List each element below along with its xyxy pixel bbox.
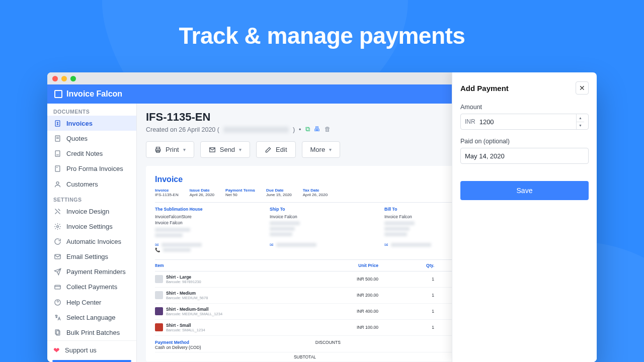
modal-title: Add Payment xyxy=(460,84,509,93)
sidebar-item-help-center[interactable]: Help Center xyxy=(47,295,136,310)
collect-icon xyxy=(53,283,61,291)
brand-icon xyxy=(54,90,62,98)
svg-point-10 xyxy=(56,182,59,184)
sidebar-item-bulk-print[interactable]: Bulk Print Batches xyxy=(47,325,136,340)
sidebar-section-documents: DOCUMENTS xyxy=(47,104,136,116)
proforma-icon xyxy=(53,164,61,172)
svg-rect-6 xyxy=(55,150,60,156)
hero-title: Track & manage payments xyxy=(0,22,644,49)
sidebar-item-label: Customers xyxy=(66,180,98,188)
delete-icon[interactable]: 🗑 xyxy=(325,126,331,133)
sidebar-item-label: Bulk Print Batches xyxy=(66,329,120,336)
email-icon: ✉ xyxy=(155,242,159,247)
sidebar-item-invoice-design[interactable]: Invoice Design xyxy=(47,204,136,219)
close-icon: ✕ xyxy=(579,84,585,92)
sidebar-item-payment-reminders[interactable]: Payment Reminders xyxy=(47,264,136,279)
paid-on-input[interactable] xyxy=(465,152,584,160)
stepper-down-icon[interactable]: ▼ xyxy=(577,122,584,130)
print-button[interactable]: Print▾ xyxy=(146,141,194,158)
paid-on-label: Paid on (optional) xyxy=(460,138,589,145)
sidebar: DOCUMENTS Invoices Quotes Credit Notes P… xyxy=(47,104,137,362)
customers-icon xyxy=(53,180,61,188)
phone-icon: 📞 xyxy=(155,247,160,252)
sidebar-item-label: Quotes xyxy=(66,135,88,142)
maximize-dot-icon[interactable] xyxy=(70,76,76,81)
email-icon: ✉ xyxy=(384,242,388,247)
design-icon xyxy=(53,207,61,215)
sidebar-item-automatic-invoices[interactable]: Automatic Invoices xyxy=(47,234,136,249)
sidebar-item-email-settings[interactable]: Email Settings xyxy=(47,249,136,264)
quote-icon xyxy=(53,134,61,142)
save-button[interactable]: Save xyxy=(460,181,589,200)
table-row: Shirt - SmallBarcode: SMALL_1234INR 100.… xyxy=(155,320,490,336)
sidebar-item-label: Help Center xyxy=(66,299,101,306)
sidebar-item-label: Invoices xyxy=(66,120,93,127)
brand-name: Invoice Falcon xyxy=(66,89,122,99)
amount-label: Amount xyxy=(460,104,589,111)
svg-rect-13 xyxy=(54,285,60,289)
reminder-icon xyxy=(53,267,61,276)
sidebar-item-customers[interactable]: Customers xyxy=(47,176,136,192)
email-icon: ✉ xyxy=(270,242,274,247)
help-icon xyxy=(53,299,61,307)
svg-point-11 xyxy=(56,225,58,227)
envelope-icon xyxy=(209,146,216,153)
sidebar-item-invoice-settings[interactable]: Invoice Settings xyxy=(47,219,136,234)
close-dot-icon[interactable] xyxy=(52,76,58,81)
heart-icon: ❤ xyxy=(53,346,60,355)
sidebar-item-label: Support us xyxy=(65,346,97,354)
send-button[interactable]: Send▾ xyxy=(200,141,250,158)
sidebar-item-quotes[interactable]: Quotes xyxy=(47,131,136,146)
paid-on-input-wrap[interactable] xyxy=(460,148,589,164)
edit-icon xyxy=(265,146,272,153)
table-row: Shirt - LargeBarcode: 987891230INR 500.0… xyxy=(155,272,490,288)
table-row: Shirt - MediumBarcode: MEDIUM_5678INR 20… xyxy=(155,288,490,304)
chevron-down-icon: ▾ xyxy=(329,147,332,152)
sidebar-cta-button[interactable] xyxy=(52,360,131,362)
table-row: Shirt - Medium-SmallBarcode: MEDIUM_SMAL… xyxy=(155,304,490,320)
sidebar-item-label: Credit Notes xyxy=(66,150,103,157)
sidebar-item-label: Select Language xyxy=(66,314,116,321)
sidebar-item-label: Invoice Settings xyxy=(66,223,113,230)
more-button[interactable]: More▾ xyxy=(302,141,341,158)
edit-button[interactable]: Edit xyxy=(256,141,295,158)
sidebar-item-proforma[interactable]: Pro Forma Invoices xyxy=(47,161,136,176)
product-thumb xyxy=(155,275,163,283)
product-thumb xyxy=(155,323,163,331)
invoice-preview: Invoice InvoiceIFS-1135-EN Issue DateApr… xyxy=(146,166,499,361)
modal-close-button[interactable]: ✕ xyxy=(576,81,589,95)
sidebar-section-settings: SETTINGS xyxy=(47,192,136,204)
sidebar-item-label: Pro Forma Invoices xyxy=(66,165,123,172)
currency-prefix: INR xyxy=(465,118,475,125)
sidebar-item-label: Automatic Invoices xyxy=(66,238,121,245)
sidebar-item-label: Invoice Design xyxy=(66,208,109,215)
bulk-print-icon xyxy=(53,329,61,337)
sidebar-item-label: Payment Reminders xyxy=(66,268,126,276)
amount-input-wrap[interactable]: INR ▲ ▼ xyxy=(460,114,589,130)
stepper-up-icon[interactable]: ▲ xyxy=(577,114,584,122)
minimize-dot-icon[interactable] xyxy=(61,76,67,81)
sidebar-item-credit-notes[interactable]: Credit Notes xyxy=(47,146,136,161)
order-link-icon[interactable]: ⧉ xyxy=(305,126,310,133)
sidebar-item-label: Email Settings xyxy=(66,253,108,260)
automation-icon xyxy=(53,237,61,245)
print-icon xyxy=(154,146,162,153)
sidebar-item-select-language[interactable]: Select Language xyxy=(47,310,136,325)
amount-input[interactable] xyxy=(479,118,576,126)
invoice-heading: Invoice xyxy=(155,175,328,184)
sidebar-item-collect-payments[interactable]: Collect Payments xyxy=(47,279,136,294)
chevron-down-icon: ▾ xyxy=(239,147,242,152)
print-quick-icon[interactable]: 🖶 xyxy=(314,126,320,133)
sidebar-item-support[interactable]: ❤ Support us xyxy=(47,340,136,360)
invoice-icon xyxy=(53,119,61,127)
gear-icon xyxy=(53,222,61,230)
sidebar-item-invoices[interactable]: Invoices xyxy=(47,116,136,131)
chevron-down-icon: ▾ xyxy=(183,147,186,152)
product-thumb xyxy=(155,307,163,315)
svg-rect-8 xyxy=(55,165,60,171)
redacted-email xyxy=(223,127,289,133)
add-payment-modal: Add Payment ✕ Amount INR ▲ ▼ Paid on (op… xyxy=(452,72,597,362)
email-icon xyxy=(53,252,61,260)
credit-note-icon xyxy=(53,149,61,157)
app-window: Invoice Falcon DOCUMENTS Invoices Quotes… xyxy=(47,72,597,362)
